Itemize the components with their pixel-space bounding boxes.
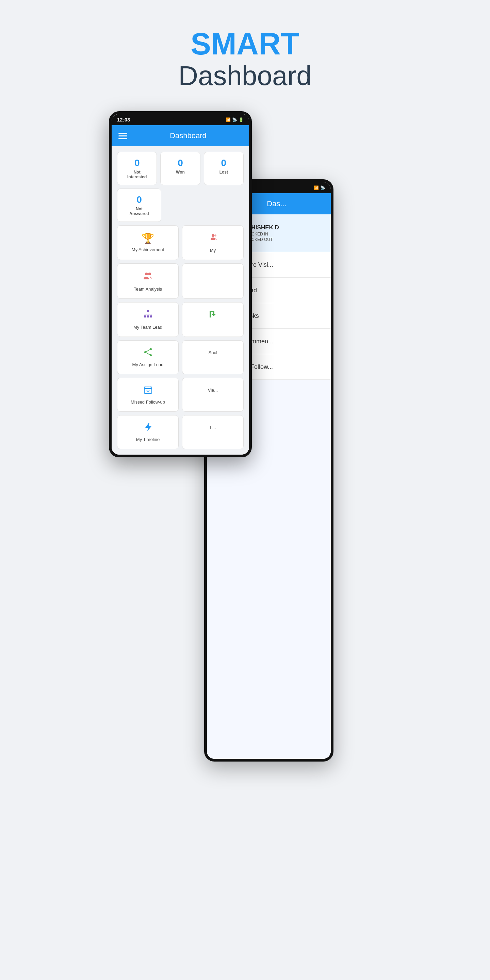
stat-lost-value: 0 xyxy=(208,158,240,169)
battery-icon: 🔋 xyxy=(239,118,243,122)
svg-point-1 xyxy=(212,234,215,237)
page-title-smart: SMART xyxy=(178,27,311,61)
my-assign-lead-label: My Assign Lead xyxy=(121,362,175,367)
menu-my-team-lead[interactable]: My Team Lead xyxy=(117,302,179,337)
wifi-icon: 📶 xyxy=(226,118,231,122)
stat-not-answered-label: NotAnswered xyxy=(121,207,158,216)
svg-point-16 xyxy=(144,351,146,353)
svg-point-5 xyxy=(147,273,149,275)
menu-grid: 🏆 My Achievement My xyxy=(117,225,243,449)
dashboard-content: 0 NotInterested 0 Won 0 Lost 0 NotAnswer… xyxy=(111,146,249,455)
svg-rect-20 xyxy=(144,387,152,393)
team-analysis-icon xyxy=(121,270,175,284)
stats-row-1: 0 NotInterested 0 Won 0 Lost xyxy=(117,152,243,185)
user-info: ABHISHEK D CHECKED IN CHECKED OUT xyxy=(243,224,324,242)
team-analysis-label: Team Analysis xyxy=(121,286,175,292)
page-title-dashboard: Dashboard xyxy=(178,61,311,91)
assign-partial-icon xyxy=(186,309,240,321)
lightning-icon xyxy=(121,422,175,434)
stat-not-interested-value: 0 xyxy=(121,158,153,169)
stat-not-answered[interactable]: 0 NotAnswered xyxy=(117,189,161,222)
stats-row-2: 0 NotAnswered xyxy=(117,189,243,222)
user-checked-in: CHECKED IN xyxy=(243,232,324,237)
stat-won-label: Won xyxy=(164,170,196,175)
phone-front: 12:03 📶 📡 🔋 Dashboard 0 NotInterested xyxy=(109,111,252,457)
menu-missed-followup[interactable]: Missed Follow-up xyxy=(117,378,179,412)
svg-point-2 xyxy=(215,234,216,237)
stat-lost-label: Lost xyxy=(208,170,240,175)
menu-partial-2[interactable] xyxy=(182,263,243,299)
stat-lost[interactable]: 0 Lost xyxy=(204,152,243,185)
stat-won-value: 0 xyxy=(164,158,196,169)
svg-rect-7 xyxy=(144,315,146,318)
stat-not-interested-label: NotInterested xyxy=(121,170,153,179)
my-team-lead-label: My Team Lead xyxy=(121,325,175,330)
wifi-icon: 📶 xyxy=(314,185,319,190)
menu-my-assign-lead[interactable]: My Assign Lead xyxy=(117,340,179,374)
signal-icon: 📡 xyxy=(232,118,237,122)
notch xyxy=(173,118,183,121)
svg-line-19 xyxy=(146,353,150,355)
my-achievement-label: My Achievement xyxy=(121,247,175,252)
signal-icon: 📡 xyxy=(320,185,325,190)
menu-my-partial[interactable]: My xyxy=(182,225,243,260)
menu-team-analysis[interactable]: Team Analysis xyxy=(117,263,179,299)
svg-rect-8 xyxy=(147,315,149,318)
front-status-bar: 12:03 📶 📡 🔋 xyxy=(111,114,249,125)
menu-view-partial[interactable]: Vie... xyxy=(182,378,243,412)
svg-point-17 xyxy=(150,354,152,356)
menu-soul[interactable]: Soul xyxy=(182,340,243,374)
stat-won[interactable]: 0 Won xyxy=(160,152,200,185)
front-hamburger-icon[interactable] xyxy=(118,133,127,139)
calendar-x-icon xyxy=(121,385,175,397)
svg-line-18 xyxy=(146,350,150,352)
org-icon xyxy=(121,309,175,322)
missed-followup-label: Missed Follow-up xyxy=(121,399,175,404)
svg-point-15 xyxy=(150,348,152,350)
soul-label: Soul xyxy=(186,350,240,355)
svg-rect-9 xyxy=(150,315,152,318)
front-time: 12:03 xyxy=(117,117,130,123)
my-timeline-label: My Timeline xyxy=(121,437,175,442)
my-partial-label: My xyxy=(186,248,240,253)
front-app-header: Dashboard xyxy=(111,125,249,146)
menu-assign-partial[interactable] xyxy=(182,302,243,337)
stat-not-answered-value: 0 xyxy=(121,194,158,205)
page-header: SMART Dashboard xyxy=(178,27,311,91)
front-status-icons: 📶 📡 🔋 xyxy=(226,118,243,122)
trophy-icon: 🏆 xyxy=(121,232,175,244)
user-checked-out: CHECKED OUT xyxy=(243,237,324,242)
user-name: ABHISHEK D xyxy=(243,224,324,231)
menu-my-achievement[interactable]: 🏆 My Achievement xyxy=(117,225,179,260)
stat-not-interested[interactable]: 0 NotInterested xyxy=(117,152,157,185)
front-app-title: Dashboard xyxy=(134,131,242,140)
menu-my-timeline[interactable]: My Timeline xyxy=(117,415,179,449)
partial-icon xyxy=(186,232,240,245)
back-status-icons: 📶 📡 xyxy=(314,185,325,190)
view-label: Vie... xyxy=(186,388,240,393)
phones-container: 12:01 📶 📡 Das... ABH xyxy=(109,111,381,860)
share-icon xyxy=(121,347,175,360)
svg-rect-6 xyxy=(147,310,149,312)
menu-l-partial[interactable]: L... xyxy=(182,415,243,449)
l-label: L... xyxy=(186,425,240,430)
